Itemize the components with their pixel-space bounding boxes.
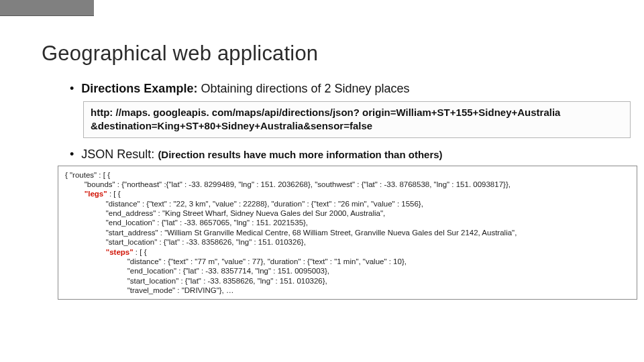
json-line: "steps" : [ {	[65, 247, 630, 257]
bullet-paren: (Direction results have much more inform…	[158, 149, 442, 160]
decorative-top-bar	[0, 0, 94, 16]
json-line: "start_address" : "William St Granville …	[65, 228, 630, 237]
url-line-2: &destination=King+ST+80+Sidney+Australia…	[91, 119, 625, 133]
bullet-label: Directions Example:	[81, 82, 197, 95]
bullet-directions-example: • Directions Example: Obtaining directio…	[70, 82, 644, 96]
json-line: "end_location" : {"lat" : -33. 8357714, …	[65, 266, 630, 276]
json-line: "start_location" : {"lat" : -33. 8358626…	[65, 237, 630, 247]
url-box: http: //maps. googleapis. com/maps/api/d…	[83, 101, 631, 138]
json-line: "start_location" : {"lat" : -33. 8358626…	[65, 276, 630, 286]
url-line-1: http: //maps. googleapis. com/maps/api/d…	[91, 106, 625, 119]
json-line: "distance" : {"text" : "22, 3 km", "valu…	[65, 199, 630, 208]
json-line: "end_location" : {"lat" : -33. 8657065, …	[65, 218, 630, 227]
bullet-label: JSON Result:	[81, 147, 154, 161]
bullet-dot: •	[70, 82, 74, 95]
bullet-text: Obtaining directions of 2 Sidney places	[197, 82, 409, 95]
json-line: "legs" : [ {	[65, 189, 630, 198]
json-line: "bounds" : {"northeast" :{"lat" : -33. 8…	[65, 180, 630, 189]
bullet-json-result: • JSON Result: (Direction results have m…	[70, 147, 644, 162]
json-line: "travel_mode" : "DRIVING"}, …	[65, 286, 630, 295]
slide-content: Geographical web application • Direction…	[0, 0, 644, 300]
json-line: { "routes" : [ {	[65, 170, 630, 180]
bullet-dot: •	[70, 147, 74, 161]
page-title: Geographical web application	[42, 42, 644, 66]
json-line: "distance" : {"text" : "77 m", "value" :…	[65, 257, 630, 266]
json-result-box: { "routes" : [ { "bounds" : {"northeast"…	[58, 166, 637, 300]
json-line: "end_address" : "King Street Wharf, Sidn…	[65, 208, 630, 218]
